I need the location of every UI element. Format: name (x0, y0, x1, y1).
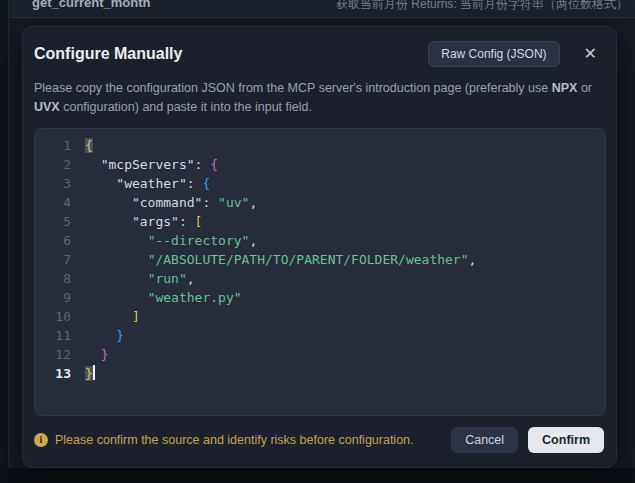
risk-warning: i Please confirm the source and identify… (34, 433, 451, 447)
code-line: 3 "weather": { (35, 174, 605, 193)
code-line: 4 "command": "uv", (35, 193, 605, 212)
code-text: "weather": { (85, 174, 210, 193)
text-cursor (93, 365, 95, 380)
code-text: "weather.py" (85, 288, 242, 307)
line-number: 9 (35, 288, 85, 307)
description-emph-uvx: UVX (34, 100, 60, 114)
line-number: 3 (35, 174, 85, 193)
line-number: 4 (35, 193, 85, 212)
json-config-editor[interactable]: 1{2 "mcpServers": {3 "weather": {4 "comm… (34, 128, 606, 416)
line-number: 5 (35, 212, 85, 231)
code-text: "run", (85, 269, 195, 288)
modal-header: Configure Manually Raw Config (JSON) ✕ (23, 27, 616, 77)
code-line: 11 } (35, 326, 605, 345)
warning-text: Please confirm the source and identify r… (55, 433, 414, 447)
line-number: 10 (35, 307, 85, 326)
code-line: 13} (35, 364, 605, 383)
code-text: "command": "uv", (85, 193, 257, 212)
code-line: 12 } (35, 345, 605, 364)
description-emph-npx: NPX (552, 81, 578, 95)
code-text: } (85, 364, 95, 383)
cancel-button[interactable]: Cancel (451, 427, 518, 453)
tool-name: get_current_month (32, 0, 150, 10)
description-text-3: configuration) and paste it into the inp… (60, 100, 312, 114)
code-line: 6 "--directory", (35, 231, 605, 250)
code-line: 5 "args": [ (35, 212, 605, 231)
code-line: 1{ (35, 136, 605, 155)
line-number: 12 (35, 345, 85, 364)
code-line: 8 "run", (35, 269, 605, 288)
code-line: 9 "weather.py" (35, 288, 605, 307)
code-text: "args": [ (85, 212, 202, 231)
code-text: ] (85, 307, 140, 326)
tool-description: 获取当前月份 Returns: 当前月份字符串（两位数格式） (336, 0, 628, 13)
raw-config-json-button[interactable]: Raw Config (JSON) (428, 41, 559, 67)
description-text-2: or (577, 81, 592, 95)
modal-footer: i Please confirm the source and identify… (23, 427, 616, 467)
code-text: "--directory", (85, 231, 257, 250)
code-text: "/ABSOLUTE/PATH/TO/PARENT/FOLDER/weather… (85, 250, 476, 269)
modal-description: Please copy the configuration JSON from … (23, 77, 608, 118)
line-number: 1 (35, 136, 85, 155)
code-text: "mcpServers": { (85, 155, 218, 174)
line-number: 11 (35, 326, 85, 345)
description-text-1: Please copy the configuration JSON from … (34, 81, 552, 95)
line-number: 13 (35, 364, 85, 383)
close-icon[interactable]: ✕ (578, 44, 603, 64)
configure-manually-modal: Configure Manually Raw Config (JSON) ✕ P… (22, 26, 617, 468)
line-number: 2 (35, 155, 85, 174)
line-number: 8 (35, 269, 85, 288)
modal-title: Configure Manually (34, 45, 428, 63)
code-line: 7 "/ABSOLUTE/PATH/TO/PARENT/FOLDER/weath… (35, 250, 605, 269)
tool-list-row: get_current_month 获取当前月份 Returns: 当前月份字符… (10, 0, 635, 18)
line-number: 7 (35, 250, 85, 269)
code-text: } (85, 326, 124, 345)
info-icon: i (34, 433, 48, 447)
code-line: 10 ] (35, 307, 605, 326)
line-number: 6 (35, 231, 85, 250)
code-text: } (85, 345, 108, 364)
confirm-button[interactable]: Confirm (528, 427, 604, 453)
code-line: 2 "mcpServers": { (35, 155, 605, 174)
page-left-edge (0, 0, 9, 468)
code-text: { (85, 136, 93, 155)
